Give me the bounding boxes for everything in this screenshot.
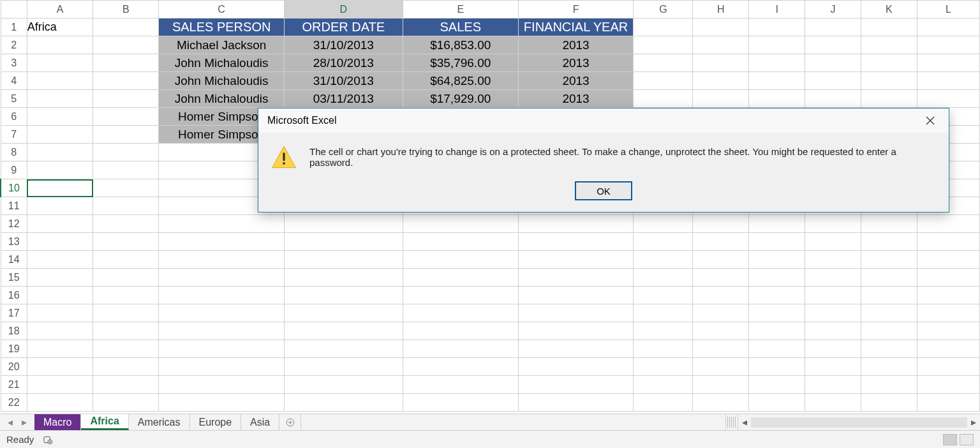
column-header-G[interactable]: G: [634, 1, 693, 19]
cell-H12[interactable]: [693, 215, 749, 233]
cell-K20[interactable]: [861, 358, 917, 376]
cell-J19[interactable]: [805, 340, 861, 358]
column-header-L[interactable]: L: [917, 1, 979, 19]
cell-H17[interactable]: [693, 304, 749, 322]
cell-G14[interactable]: [634, 251, 693, 269]
cell-I12[interactable]: [749, 215, 805, 233]
cell-C17[interactable]: [159, 304, 284, 322]
column-header-D[interactable]: D: [284, 1, 403, 19]
cell-I18[interactable]: [749, 322, 805, 340]
cell-F20[interactable]: [518, 358, 634, 376]
cell-H1[interactable]: [693, 19, 749, 36]
row-header-2[interactable]: 2: [1, 36, 27, 54]
cell-D16[interactable]: [284, 287, 403, 304]
cell-I22[interactable]: [749, 394, 805, 412]
cell-B10[interactable]: [93, 179, 159, 197]
cell-E20[interactable]: [403, 358, 518, 376]
cell-G19[interactable]: [634, 340, 693, 358]
cell-E22[interactable]: [403, 394, 518, 412]
cell-L20[interactable]: [917, 358, 979, 376]
cell-I2[interactable]: [749, 36, 805, 54]
cell-L4[interactable]: [917, 72, 979, 90]
row-header-13[interactable]: 13: [1, 233, 27, 251]
cell-A8[interactable]: [27, 144, 93, 161]
cell-K2[interactable]: [861, 36, 917, 54]
cell-K18[interactable]: [861, 322, 917, 340]
cell-A3[interactable]: [27, 54, 93, 72]
cell-B15[interactable]: [93, 269, 159, 287]
cell-L17[interactable]: [917, 304, 979, 322]
cell-J21[interactable]: [805, 376, 861, 394]
cell-A15[interactable]: [27, 269, 93, 287]
cell-K21[interactable]: [861, 376, 917, 394]
cell-E17[interactable]: [403, 304, 518, 322]
sheet-tab-macro[interactable]: Macro: [34, 414, 81, 430]
cell-G22[interactable]: [634, 394, 693, 412]
column-header-H[interactable]: H: [693, 1, 749, 19]
cell-A19[interactable]: [27, 340, 93, 358]
cell-E1[interactable]: SALES: [403, 19, 518, 36]
row-header-18[interactable]: 18: [1, 322, 27, 340]
cell-L18[interactable]: [917, 322, 979, 340]
row-header-14[interactable]: 14: [1, 251, 27, 269]
cell-F2[interactable]: 2013: [518, 36, 634, 54]
row-header-20[interactable]: 20: [1, 358, 27, 376]
cell-B17[interactable]: [93, 304, 159, 322]
cell-L15[interactable]: [917, 269, 979, 287]
cell-L2[interactable]: [917, 36, 979, 54]
cell-F12[interactable]: [518, 215, 634, 233]
cell-F22[interactable]: [518, 394, 634, 412]
cell-B9[interactable]: [93, 161, 159, 179]
cell-A18[interactable]: [27, 322, 93, 340]
cell-L3[interactable]: [917, 54, 979, 72]
cell-B3[interactable]: [93, 54, 159, 72]
cell-G13[interactable]: [634, 233, 693, 251]
cell-C19[interactable]: [159, 340, 284, 358]
cell-L21[interactable]: [917, 376, 979, 394]
cell-J17[interactable]: [805, 304, 861, 322]
cell-L14[interactable]: [917, 251, 979, 269]
cell-D12[interactable]: [284, 215, 403, 233]
cell-E3[interactable]: $35,796.00: [403, 54, 518, 72]
cell-F21[interactable]: [518, 376, 634, 394]
cell-G4[interactable]: [634, 72, 693, 90]
row-header-12[interactable]: 12: [1, 215, 27, 233]
cell-D17[interactable]: [284, 304, 403, 322]
column-header-F[interactable]: F: [518, 1, 634, 19]
row-header-16[interactable]: 16: [1, 287, 27, 304]
cell-G5[interactable]: [634, 90, 693, 108]
cell-F5[interactable]: 2013: [518, 90, 634, 108]
cell-K19[interactable]: [861, 340, 917, 358]
row-header-5[interactable]: 5: [1, 90, 27, 108]
macro-record-icon[interactable]: [43, 435, 53, 445]
cell-B11[interactable]: [93, 197, 159, 215]
cell-C22[interactable]: [159, 394, 284, 412]
cell-E21[interactable]: [403, 376, 518, 394]
cell-I14[interactable]: [749, 251, 805, 269]
cell-A11[interactable]: [27, 197, 93, 215]
cell-A6[interactable]: [27, 108, 93, 126]
cell-B7[interactable]: [93, 126, 159, 144]
cell-J2[interactable]: [805, 36, 861, 54]
cell-K5[interactable]: [861, 90, 917, 108]
cell-D14[interactable]: [284, 251, 403, 269]
cell-A12[interactable]: [27, 215, 93, 233]
cell-B6[interactable]: [93, 108, 159, 126]
cell-J22[interactable]: [805, 394, 861, 412]
cell-D20[interactable]: [284, 358, 403, 376]
cell-B19[interactable]: [93, 340, 159, 358]
cell-J20[interactable]: [805, 358, 861, 376]
scroll-thumb[interactable]: [751, 417, 967, 428]
cell-F17[interactable]: [518, 304, 634, 322]
cell-I1[interactable]: [749, 19, 805, 36]
tab-resize-grip[interactable]: [727, 417, 736, 428]
cell-L12[interactable]: [917, 215, 979, 233]
cell-C16[interactable]: [159, 287, 284, 304]
cell-A17[interactable]: [27, 304, 93, 322]
cell-A2[interactable]: [27, 36, 93, 54]
row-header-11[interactable]: 11: [1, 197, 27, 215]
cell-F15[interactable]: [518, 269, 634, 287]
cell-J1[interactable]: [805, 19, 861, 36]
row-header-6[interactable]: 6: [1, 108, 27, 126]
cell-A16[interactable]: [27, 287, 93, 304]
